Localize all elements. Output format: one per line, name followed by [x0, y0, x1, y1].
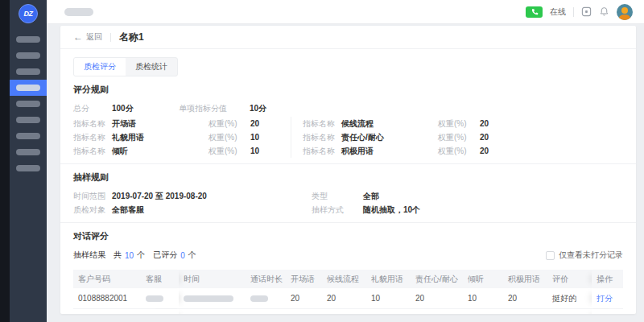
sidebar-nav — [10, 31, 47, 176]
sidebar-item[interactable] — [10, 64, 47, 80]
indicator-weight: 10 — [250, 133, 283, 142]
indicator-column-right: 指标名称 候线流程 权重(%) 20 指标名称 责任心/耐心 权重(%) 20 — [291, 117, 512, 158]
score-cell: 20 — [503, 288, 547, 308]
sidebar-item[interactable] — [10, 160, 47, 176]
indicator-name-label: 指标名称 — [73, 118, 112, 130]
score-rules-summary: 总分 100分 单项指标分值 10分 — [73, 101, 623, 115]
sampling-row: 质检对象 全部客服 抽样方式 随机抽取，10个 — [73, 203, 623, 217]
unscored-filter[interactable]: 仅查看未打分记录 — [546, 250, 623, 261]
sidebar-item-active[interactable] — [10, 80, 47, 96]
sidebar: DZ — [10, 0, 47, 322]
indicator-weight: 20 — [480, 119, 512, 128]
indicator-row: 指标名称 倾听 权重(%) 10 — [73, 144, 283, 158]
indicator-row: 指标名称 责任心/耐心 权重(%) 20 — [303, 130, 512, 144]
action-cell: 打分 — [592, 309, 623, 314]
indicator-weight-label: 权重(%) — [208, 118, 250, 130]
scoring-table: 客户号码 客服 时间 通话时长 开场语 候线流程 礼貌用语 责任心/耐心 倾听 … — [73, 270, 623, 314]
page-title: 名称1 — [119, 31, 144, 44]
sidebar-item[interactable] — [10, 47, 47, 64]
back-arrow-icon: ← — [73, 32, 83, 42]
column-header: 时间 — [179, 270, 246, 288]
app-logo[interactable]: DZ — [19, 4, 38, 23]
sidebar-item-placeholder — [16, 101, 40, 107]
scored-count: 0 — [180, 251, 185, 260]
dialog-scoring-title: 对话评分 — [73, 230, 623, 242]
sidebar-item-placeholder — [16, 149, 40, 155]
indicator-name-label: 指标名称 — [73, 146, 112, 157]
topbar-title-placeholder — [64, 8, 93, 16]
sidebar-item-placeholder — [16, 165, 40, 171]
type-value: 全部 — [363, 191, 379, 202]
agent-placeholder — [146, 295, 163, 302]
sidebar-item[interactable] — [10, 128, 47, 144]
duration-cell — [246, 309, 286, 314]
online-status-badge[interactable] — [526, 6, 543, 18]
column-header: 客服 — [141, 270, 179, 288]
column-header: 礼貌用语 — [366, 270, 411, 288]
indicator-name-label: 指标名称 — [303, 146, 341, 157]
phone-icon — [530, 8, 539, 16]
total-suffix: 个 — [137, 250, 145, 261]
dialog-scoring-section: 对话评分 抽样结果 共 10 个 已评分 0 个 仅查看未打分记录 — [60, 223, 636, 268]
indicator-name: 候线流程 — [341, 118, 438, 130]
sidebar-item[interactable] — [10, 112, 47, 128]
indicator-name: 礼貌用语 — [112, 132, 208, 143]
back-label: 返回 — [86, 31, 102, 43]
score-action-link[interactable]: 打分 — [597, 314, 613, 315]
tab-quality-stats[interactable]: 质检统计 — [126, 58, 177, 76]
total-count: 10 — [125, 251, 134, 260]
column-header: 评价 — [547, 270, 592, 288]
score-action-link[interactable]: 打分 — [597, 293, 613, 304]
tab-bar: 质检评分 质检统计 — [73, 57, 178, 76]
score-cell: 未评分 — [503, 309, 547, 314]
inspect-object-label: 质检对象 — [73, 204, 112, 216]
column-header: 通话时长 — [246, 270, 286, 288]
column-header: 客户号码 — [73, 270, 141, 288]
sidebar-item-placeholder — [16, 133, 40, 139]
sampling-method-label: 抽样方式 — [312, 204, 363, 216]
indicator-weight: 20 — [480, 147, 512, 155]
sidebar-item[interactable] — [10, 31, 47, 47]
sampling-result-line: 抽样结果 共 10 个 已评分 0 个 仅查看未打分记录 — [73, 248, 623, 262]
indicator-name: 开场语 — [112, 118, 208, 130]
indicator-name-label: 指标名称 — [73, 132, 112, 143]
duration-placeholder — [250, 295, 268, 302]
sidebar-item-placeholder — [16, 36, 40, 43]
time-cell — [179, 288, 246, 308]
indicator-weight: 10 — [250, 147, 283, 155]
sidebar-item[interactable] — [10, 96, 47, 112]
score-rules-title: 评分规则 — [73, 84, 623, 96]
topbar: 在线 — [47, 0, 644, 24]
column-header: 候线流程 — [322, 270, 366, 288]
unscored-filter-checkbox[interactable] — [546, 251, 555, 260]
breadcrumb-divider — [110, 33, 111, 42]
score-rules-section: 评分规则 总分 100分 单项指标分值 10分 指标名称 开场语 权重(%) — [60, 76, 636, 164]
total-score-value: 100分 — [112, 103, 179, 114]
indicator-column-left: 指标名称 开场语 权重(%) 20 指标名称 礼貌用语 权重(%) 10 — [73, 117, 283, 158]
action-cell: 打分 — [592, 288, 623, 308]
bell-icon[interactable] — [599, 6, 609, 17]
page-content: ← 返回 名称1 质检评分 质检统计 评分规则 总分 100分 — [47, 24, 644, 322]
scored-suffix: 个 — [188, 250, 196, 261]
sidebar-item[interactable] — [10, 144, 47, 160]
sidebar-item-placeholder — [16, 68, 40, 75]
sidebar-item-placeholder — [16, 85, 40, 91]
breadcrumb: ← 返回 名称1 — [60, 26, 636, 49]
back-button[interactable]: ← 返回 — [73, 31, 102, 43]
column-header: 责任心/耐心 — [411, 270, 463, 288]
online-status-label: 在线 — [550, 6, 566, 18]
avatar[interactable] — [617, 4, 633, 20]
column-header: 开场语 — [286, 270, 322, 288]
time-cell — [179, 309, 246, 314]
total-score-label: 总分 — [73, 103, 112, 114]
indicator-weight-label: 权重(%) — [438, 132, 480, 143]
avatar-head — [621, 7, 628, 14]
time-range-value: 2019-07-20 至 2019-08-20 — [112, 191, 312, 202]
tab-quality-score[interactable]: 质检评分 — [74, 58, 126, 76]
indicator-name: 积极用语 — [341, 146, 438, 157]
indicator-name-label: 指标名称 — [303, 132, 341, 143]
agent-cell — [141, 309, 179, 314]
customer-number: 01088882002 — [73, 309, 141, 314]
workbench-icon[interactable] — [581, 6, 592, 17]
score-cell: 10 — [366, 288, 411, 308]
